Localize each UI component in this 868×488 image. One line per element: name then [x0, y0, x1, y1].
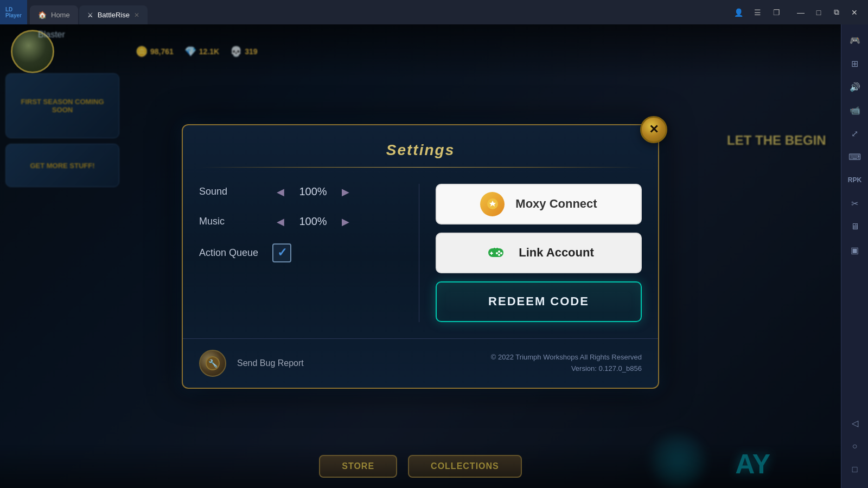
- version-text: Version: 0.127.0_b856: [491, 363, 642, 375]
- battlerise-tab-icon: ⚔: [87, 11, 93, 19]
- redeem-code-label: REDEEM CODE: [488, 294, 589, 309]
- sidebar-expand-icon[interactable]: ⤢: [845, 123, 865, 144]
- sound-label: Sound: [199, 186, 264, 197]
- svg-point-12: [498, 251, 500, 253]
- sound-increase-button[interactable]: ▶: [337, 184, 354, 200]
- copyright-text: © 2022 Triumph Workshops All Rights Rese…: [491, 352, 642, 363]
- redeem-code-button[interactable]: REDEEM CODE: [436, 281, 642, 322]
- game-background: Blaster 🪙 98,761 💎 12.1K 💀 319 FIRST SEA…: [0, 24, 841, 488]
- sound-setting-row: Sound ◀ 100% ▶: [199, 184, 408, 200]
- restore-window-button[interactable]: ⧉: [828, 4, 845, 21]
- bug-report-button[interactable]: Send Bug Report: [237, 358, 304, 368]
- maximize-button[interactable]: □: [810, 4, 827, 21]
- browser-controls: 👤 ☰ ❐ — □ ⧉ ✕: [730, 4, 868, 21]
- svg-point-5: [182, 375, 182, 379]
- sidebar-keyboard-icon[interactable]: ⌨: [845, 146, 865, 167]
- svg-point-7: [659, 375, 659, 379]
- sidebar-camera-icon[interactable]: 📹: [845, 100, 865, 120]
- gamepad-icon: [483, 241, 508, 265]
- action-queue-label: Action Queue: [199, 247, 264, 259]
- moxy-connect-button[interactable]: Moxy Connect: [436, 184, 642, 224]
- action-queue-checkbox[interactable]: ✓: [272, 243, 291, 262]
- music-decrease-button[interactable]: ◀: [272, 214, 289, 230]
- sidebar-gamepad-icon[interactable]: 🎮: [845, 30, 865, 50]
- right-sidebar: 🎮 ⊞ 🔊 📹 ⤢ ⌨ RPK ✂ 🖥 ▣ ◁ ○ □: [841, 24, 868, 488]
- sidebar-terminal-icon[interactable]: ▣: [845, 240, 865, 260]
- action-queue-checkbox-container: ✓: [272, 243, 291, 262]
- browser-tabs: 🏠 Home ⚔ BattleRise ✕: [27, 0, 148, 24]
- corner-decoration-br: [634, 363, 659, 389]
- sidebar-square-icon[interactable]: □: [845, 459, 865, 480]
- menu-icon[interactable]: ☰: [749, 4, 765, 21]
- svg-point-6: [645, 388, 649, 389]
- music-setting-row: Music ◀ 100% ▶: [199, 214, 408, 230]
- action-buttons: Moxy Connect: [436, 184, 642, 322]
- modal-title: Settings: [205, 142, 636, 159]
- sound-control: ◀ 100% ▶: [272, 184, 354, 200]
- moxy-connect-label: Moxy Connect: [515, 197, 597, 211]
- corner-decoration-bl: [182, 363, 207, 389]
- modal-footer: 🔧 Send Bug Report © 2022 Triumph Worksho…: [183, 338, 658, 388]
- sidebar-grid-icon[interactable]: ⊞: [845, 53, 865, 74]
- sidebar-back-icon[interactable]: ◁: [845, 413, 865, 433]
- modal-overlay: ✕ Settings: [0, 24, 841, 488]
- settings-modal: Settings Sound ◀ 100% ▶: [182, 124, 659, 389]
- modal-header: Settings: [183, 125, 658, 167]
- svg-point-1: [182, 134, 182, 138]
- home-icon: 🏠: [38, 11, 47, 19]
- svg-rect-11: [490, 253, 493, 254]
- minimize-button[interactable]: —: [793, 4, 809, 21]
- home-tab-label: Home: [51, 11, 70, 19]
- sound-decrease-button[interactable]: ◀: [272, 184, 289, 200]
- link-account-button[interactable]: Link Account: [436, 233, 642, 273]
- browser-chrome: LDPlayer 🏠 Home ⚔ BattleRise ✕ 👤 ☰ ❐ — □…: [0, 0, 868, 24]
- sidebar-display-icon[interactable]: 🖥: [845, 216, 865, 237]
- music-label: Music: [199, 216, 264, 227]
- sidebar-circle-icon[interactable]: ○: [845, 436, 865, 457]
- action-queue-setting-row: Action Queue ✓: [199, 243, 408, 262]
- copyright-info: © 2022 Triumph Workshops All Rights Rese…: [491, 352, 642, 375]
- svg-text:🔧: 🔧: [208, 359, 218, 368]
- tab-home[interactable]: 🏠 Home: [30, 5, 78, 24]
- svg-rect-17: [496, 248, 498, 250]
- music-value: 100%: [297, 215, 329, 228]
- svg-point-0: [192, 124, 196, 125]
- sidebar-volume-icon[interactable]: 🔊: [845, 76, 865, 97]
- svg-point-4: [192, 388, 196, 389]
- svg-rect-16: [494, 248, 495, 250]
- accounts-icon[interactable]: 👤: [730, 4, 746, 21]
- link-account-label: Link Account: [519, 246, 594, 260]
- sound-value: 100%: [297, 185, 329, 198]
- modal-close-button[interactable]: ✕: [640, 116, 667, 143]
- svg-point-14: [498, 254, 500, 256]
- close-window-button[interactable]: ✕: [846, 4, 863, 21]
- ld-player-logo: LDPlayer: [0, 0, 27, 24]
- svg-point-13: [500, 252, 502, 254]
- modal-body: Sound ◀ 100% ▶ Music ◀: [183, 168, 658, 338]
- svg-point-15: [496, 252, 498, 254]
- sidebar-scissors-icon[interactable]: ✂: [845, 193, 865, 214]
- tab-battlerise[interactable]: ⚔ BattleRise ✕: [79, 5, 148, 24]
- music-increase-button[interactable]: ▶: [337, 214, 354, 230]
- tab-close-icon[interactable]: ✕: [134, 11, 139, 19]
- restore-icon[interactable]: ❐: [768, 4, 784, 21]
- settings-modal-wrapper: ✕ Settings: [182, 124, 659, 389]
- sidebar-rpk-icon[interactable]: RPK: [845, 170, 865, 190]
- music-control: ◀ 100% ▶: [272, 214, 354, 230]
- settings-controls: Sound ◀ 100% ▶ Music ◀: [199, 184, 419, 322]
- checkmark-icon: ✓: [277, 246, 287, 260]
- window-controls: — □ ⧉ ✕: [793, 4, 863, 21]
- moxy-icon: [480, 192, 505, 216]
- battlerise-tab-label: BattleRise: [98, 11, 130, 19]
